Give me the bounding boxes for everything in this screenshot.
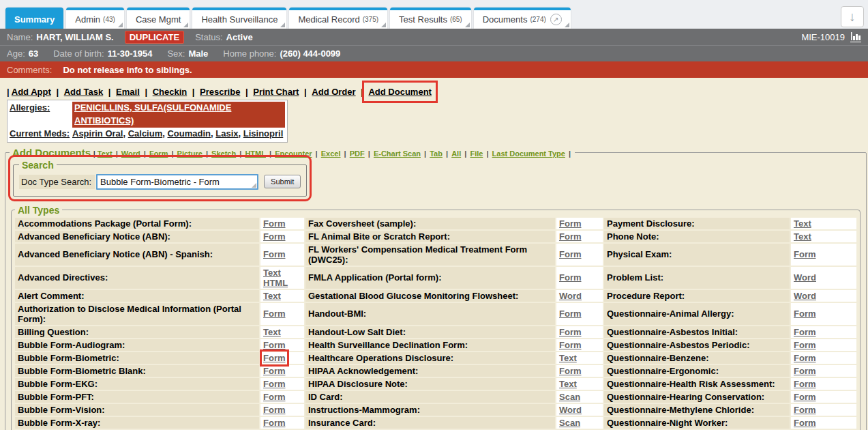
doc-name-bubble-form-ekg: Bubble Form-EKG: — [15, 378, 259, 390]
action-checkin[interactable]: Checkin — [153, 87, 188, 97]
tab-admin[interactable]: Admin(43) — [66, 8, 124, 29]
action-add-appt[interactable]: Add Appt — [12, 87, 51, 97]
text-link-phone-note[interactable]: Text — [794, 231, 811, 242]
action-separator: | — [140, 87, 153, 97]
text-link-advanced-directives[interactable]: Text — [263, 268, 281, 278]
form-link-advanced-beneficiary-notice-abn[interactable]: Form — [263, 231, 286, 242]
doc-type-link-e-chart-scan[interactable]: E-Chart Scan — [374, 149, 421, 158]
tab-summary[interactable]: Summary — [5, 8, 63, 29]
form-link-health-surveillance-declination-form[interactable]: Form — [559, 340, 582, 350]
form-link-questionnaire-ergonomic[interactable]: Form — [794, 366, 816, 376]
doc-format-cell: Form — [260, 391, 304, 403]
form-link-fax-coversheet-sample[interactable]: Form — [559, 218, 582, 229]
form-link-bubble-form-ekg[interactable]: Form — [263, 379, 286, 389]
form-link-questionnaire-asbestos-periodic[interactable]: Form — [794, 340, 816, 350]
doc-type-link-file[interactable]: File — [470, 149, 483, 158]
text-link-hipaa-disclosure-note[interactable]: Text — [559, 379, 577, 389]
text-link-payment-disclosure[interactable]: Text — [794, 218, 811, 229]
tab-count: (274) — [530, 16, 545, 23]
med-link-calcium[interactable]: Calcium — [128, 128, 163, 139]
doc-type-link-picture[interactable]: Picture — [177, 149, 203, 158]
word-link-procedure-report[interactable]: Word — [794, 291, 816, 301]
form-link-bubble-form-x-ray[interactable]: Form — [263, 418, 286, 428]
med-link-lisinopril[interactable]: Lisinopril — [243, 128, 284, 139]
form-link-authorization-to-disclose-medical-information-portal-form[interactable]: Form — [263, 309, 286, 319]
form-link-hipaa-acknowledgement[interactable]: Form — [559, 366, 582, 376]
tab-test-results[interactable]: Test Results(65) — [390, 8, 471, 29]
action-add-document[interactable]: Add Document — [368, 87, 431, 97]
form-link-bubble-form-biometric-blank[interactable]: Form — [263, 366, 286, 376]
form-link-accommodations-package-portal-form[interactable]: Form — [263, 218, 286, 229]
form-link-fl-workers-compensation-medical-treatment-form-dwc25[interactable]: Form — [559, 249, 582, 259]
form-link-handout-low-salt-diet[interactable]: Form — [559, 327, 582, 337]
form-link-questionnaire-methylene-chloride[interactable]: Form — [794, 405, 816, 415]
submit-button[interactable]: Submit — [264, 175, 301, 188]
allergies-link[interactable]: Allergies: — [10, 102, 50, 113]
tab-medical-record[interactable]: Medical Record(375) — [289, 8, 387, 29]
form-link-questionnaire-animal-allergy[interactable]: Form — [794, 309, 816, 319]
scroll-down-button[interactable]: ↓ — [841, 6, 864, 27]
tab-documents[interactable]: Documents(274)↗ — [474, 8, 571, 29]
doc-type-search-input[interactable] — [96, 174, 258, 190]
doc-type-link-form[interactable]: Form — [149, 149, 168, 158]
form-link-questionnaire-benzene[interactable]: Form — [794, 353, 816, 363]
action-prescribe[interactable]: Prescribe — [200, 87, 240, 97]
word-link-gestational-blood-glucose-monitoring-flowsheet[interactable]: Word — [559, 291, 582, 301]
doc-name-bubble-form-biometric-blank: Bubble Form-Biometric Blank: — [15, 365, 259, 377]
action-add-task[interactable]: Add Task — [64, 87, 104, 97]
doc-type-link-sketch[interactable]: Sketch — [211, 149, 236, 158]
doc-type-link-all[interactable]: All — [451, 149, 461, 158]
text-link-healthcare-operations-disclosure[interactable]: Text — [559, 353, 577, 363]
doc-format-cell: Form — [556, 267, 603, 289]
action-add-order[interactable]: Add Order — [312, 87, 355, 97]
form-link-advanced-beneficiary-notice-abn-spanish[interactable]: Form — [263, 249, 286, 259]
doc-type-link-text[interactable]: Text — [98, 149, 113, 158]
bar-chart-icon[interactable] — [850, 32, 861, 42]
action-email[interactable]: Email — [116, 87, 140, 97]
form-link-bubble-form-vision[interactable]: Form — [263, 405, 286, 415]
text-link-billing-question[interactable]: Text — [263, 327, 281, 337]
word-link-problem-list[interactable]: Word — [794, 272, 816, 283]
popout-icon[interactable]: ↗ — [550, 14, 562, 25]
med-link-aspirin-oral[interactable]: Aspirin Oral — [72, 128, 123, 139]
tab-case-mgmt[interactable]: Case Mgmt — [127, 8, 190, 29]
form-link-questionnaire-health-risk-assessment[interactable]: Form — [794, 379, 816, 389]
scan-link-id-card[interactable]: Scan — [559, 392, 580, 402]
form-link-handout-bmi[interactable]: Form — [559, 309, 582, 319]
tab-health-surveillance[interactable]: Health Surveillance — [192, 8, 286, 29]
form-link-bubble-form-audiogram[interactable]: Form — [263, 340, 286, 350]
doc-type-link-encounter[interactable]: Encounter — [275, 149, 312, 158]
current-meds-link[interactable]: Current Meds: — [10, 128, 70, 139]
form-link-physical-exam[interactable]: Form — [794, 249, 816, 259]
doc-type-link-html[interactable]: HTML — [245, 149, 266, 158]
tab-label: Case Mgmt — [136, 14, 181, 25]
doc-format-cell: Text — [260, 326, 304, 338]
doc-format-cell: Text — [556, 378, 603, 390]
doc-type-link-excel[interactable]: Excel — [321, 149, 341, 158]
doc-type-link-word[interactable]: Word — [121, 149, 140, 158]
doc-format-cell: Form — [556, 365, 603, 377]
doc-format-cell: Word — [556, 404, 603, 416]
add-documents-title: Add Documents — [12, 147, 91, 158]
form-link-questionnaire-hearing-conservation[interactable]: Form — [794, 392, 816, 402]
scan-link-insurance-card[interactable]: Scan — [559, 418, 580, 428]
form-link-questionnaire-asbestos-initial[interactable]: Form — [794, 327, 816, 337]
text-link-alert-comment[interactable]: Text — [263, 291, 281, 301]
med-link-coumadin[interactable]: Coumadin — [167, 128, 211, 139]
form-link-fmla-application-portal-form[interactable]: Form — [559, 272, 582, 283]
word-link-instructions-mammogram[interactable]: Word — [559, 405, 582, 415]
action-print-chart[interactable]: Print Chart — [253, 87, 299, 97]
form-link-bubble-form-pft[interactable]: Form — [263, 392, 286, 402]
doc-type-link-pdf[interactable]: PDF — [350, 149, 365, 158]
patient-name: HART, WILLIAM S. — [36, 32, 113, 42]
age-label: Age: — [7, 48, 25, 59]
doc-type-link-tab[interactable]: Tab — [430, 149, 443, 158]
form-link-fl-animal-bite-or-scratch-report[interactable]: Form — [559, 231, 582, 242]
allergy-list-link[interactable]: PENICILLINS, SULFA(SULFONAMIDE ANTIBIOTI… — [74, 102, 231, 126]
html-link-advanced-directives[interactable]: HTML — [263, 278, 288, 288]
form-link-bubble-form-biometric[interactable]: Form — [263, 353, 286, 363]
doc-type-link-last-document-type[interactable]: Last Document Type — [492, 149, 565, 158]
form-link-questionnaire-night-worker[interactable]: Form — [794, 418, 816, 428]
med-link-lasix[interactable]: Lasix — [215, 128, 238, 139]
table-row: Advanced Directives:TextHTMLFMLA Applica… — [15, 267, 856, 289]
